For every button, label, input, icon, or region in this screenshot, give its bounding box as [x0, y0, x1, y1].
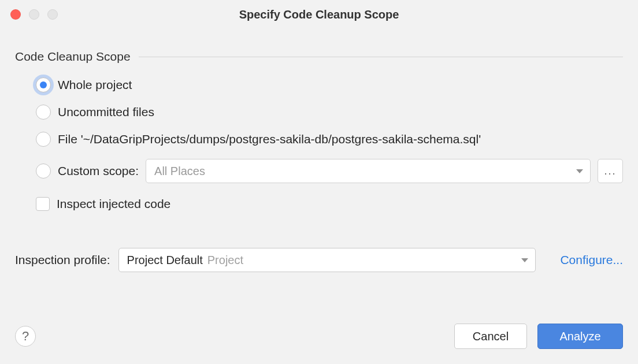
window-title: Specify Code Cleanup Scope: [10, 8, 628, 21]
cancel-button[interactable]: Cancel: [454, 324, 527, 349]
radio-label: Custom scope:: [58, 164, 139, 178]
radio-file[interactable]: File '~/DataGripProjects/dumps/postgres-…: [36, 132, 623, 147]
radio-label: Whole project: [58, 78, 132, 92]
radio-label: Uncommitted files: [58, 105, 154, 119]
custom-scope-select[interactable]: All Places: [146, 159, 591, 183]
radio-label: File '~/DataGripProjects/dumps/postgres-…: [58, 132, 481, 146]
radio-dot-icon: [40, 81, 47, 88]
radio-icon: [36, 77, 51, 92]
chevron-down-icon: [521, 258, 528, 262]
browse-scope-button[interactable]: ...: [598, 159, 623, 183]
inspection-profile-row: Inspection profile: Project Default Proj…: [15, 248, 623, 272]
close-icon[interactable]: [10, 9, 21, 20]
inspect-injected-checkbox[interactable]: Inspect injected code: [15, 197, 623, 211]
help-icon: ?: [22, 329, 29, 344]
radio-icon: [36, 164, 51, 179]
checkbox-label: Inspect injected code: [57, 197, 170, 211]
checkbox-icon: [36, 197, 50, 211]
inspection-profile-label: Inspection profile:: [15, 253, 110, 267]
analyze-label: Analyze: [559, 330, 600, 343]
traffic-lights: [10, 9, 58, 20]
dialog-footer: ? Cancel Analyze: [0, 309, 638, 364]
titlebar: Specify Code Cleanup Scope: [0, 0, 638, 29]
radio-icon: [36, 132, 51, 147]
section-title: Code Cleanup Scope: [15, 50, 139, 64]
inspection-profile-select[interactable]: Project Default Project: [118, 248, 536, 272]
configure-link[interactable]: Configure...: [560, 253, 623, 267]
dialog-window: Specify Code Cleanup Scope Code Cleanup …: [0, 0, 638, 364]
scope-radio-group: Whole project Uncommitted files File '~/…: [15, 77, 623, 183]
radio-custom-scope[interactable]: Custom scope:: [36, 164, 139, 179]
ellipsis-icon: ...: [604, 165, 616, 177]
radio-whole-project[interactable]: Whole project: [36, 77, 623, 92]
help-button[interactable]: ?: [15, 326, 36, 347]
cancel-label: Cancel: [473, 330, 509, 343]
analyze-button[interactable]: Analyze: [537, 324, 623, 349]
minimize-icon[interactable]: [29, 9, 39, 20]
radio-custom-scope-row: Custom scope: All Places ...: [36, 159, 623, 183]
dialog-content: Code Cleanup Scope Whole project Uncommi…: [0, 29, 638, 309]
radio-uncommitted-files[interactable]: Uncommitted files: [36, 105, 623, 120]
profile-selected-main: Project Default: [127, 254, 203, 267]
custom-scope-value: All Places: [154, 165, 205, 178]
profile-selected-scope: Project: [207, 254, 243, 267]
chevron-down-icon: [576, 169, 583, 173]
radio-icon: [36, 105, 51, 120]
section-header: Code Cleanup Scope: [15, 50, 623, 64]
maximize-icon[interactable]: [47, 9, 58, 20]
section-divider: [139, 57, 623, 57]
